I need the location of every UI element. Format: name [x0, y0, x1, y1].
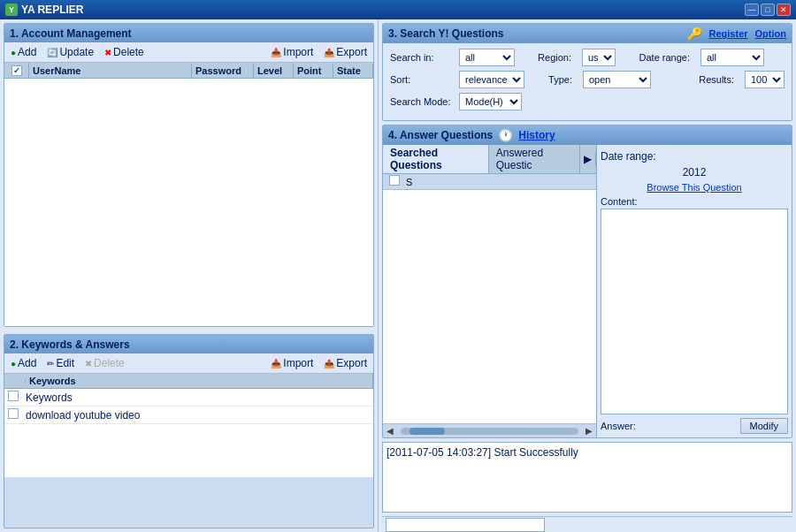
tab-next-arrow[interactable]: ▶ [580, 151, 596, 167]
account-update-button[interactable]: 🔄 Update [44, 45, 96, 59]
kw-checkbox[interactable] [8, 408, 19, 419]
search-row-3: Search Mode: Mode(H) Mode(L) Mode(M) [390, 93, 785, 110]
import-icon: 📥 [271, 48, 281, 57]
modify-button[interactable]: Modify [740, 418, 788, 434]
kw-delete-icon: ✖ [85, 359, 92, 369]
title-bar-left: Y YA REPLIER [5, 4, 83, 16]
account-col-point: Point [294, 64, 333, 78]
results-label: Results: [658, 74, 738, 85]
answer-header: 4. Answer Questions 🕐 History [383, 125, 792, 145]
answer-section: 4. Answer Questions 🕐 History Searched Q… [382, 125, 792, 438]
account-table-body [4, 79, 373, 326]
list-item: download youtube video [4, 407, 373, 424]
search-section: 3. Search Y! Questions 🔑 Register Option… [382, 23, 792, 121]
keywords-add-button[interactable]: ● Add [8, 356, 39, 370]
kw-row-text: Keywords [26, 391, 370, 404]
account-import-button[interactable]: 📥 Import [268, 45, 316, 59]
title-bar: Y YA REPLIER — □ ✕ [0, 0, 796, 19]
keywords-section: 2. Keywords & Answers ● Add ✏ Edit ✖ Del… [4, 334, 374, 528]
scroll-right-arrow[interactable]: ▶ [582, 426, 596, 436]
minimize-button[interactable]: — [745, 4, 759, 16]
date-range-select[interactable]: all today this week [700, 49, 764, 66]
type-label: Type: [532, 74, 576, 85]
title-bar-buttons: — □ ✕ [745, 4, 791, 16]
update-icon: 🔄 [47, 48, 57, 57]
kw-row-check[interactable] [8, 408, 26, 422]
type-select[interactable]: open resolved undecided [583, 71, 651, 88]
answer-label: Answer: [601, 421, 636, 431]
keywords-export-button[interactable]: 📤 Export [321, 356, 370, 370]
register-link[interactable]: Register [709, 28, 748, 39]
keywords-section-header: 2. Keywords & Answers [4, 335, 373, 353]
export-icon: 📤 [324, 48, 334, 57]
account-delete-button[interactable]: ✖ Delete [102, 45, 147, 59]
date-range-label: Date range: [623, 52, 693, 63]
search-header: 3. Search Y! Questions 🔑 Register Option [383, 24, 792, 43]
option-link[interactable]: Option [755, 28, 786, 39]
kw-import-icon: 📥 [271, 359, 281, 369]
modify-row: Answer: Modify [601, 418, 788, 434]
app-title: YA REPLIER [21, 4, 83, 16]
kw-col-check [4, 379, 26, 383]
answer-scroll-bar: ◀ ▶ [383, 423, 596, 437]
history-link[interactable]: History [518, 129, 555, 141]
keywords-edit-button[interactable]: ✏ Edit [44, 356, 77, 370]
region-select[interactable]: us uk ca [582, 49, 616, 66]
tab-searched[interactable]: Searched Questions [383, 145, 489, 173]
tab-answered[interactable]: Answered Questic [489, 145, 580, 173]
close-button[interactable]: ✕ [777, 4, 791, 16]
account-toolbar: ● Add 🔄 Update ✖ Delete 📥 Import 📤 [4, 42, 373, 63]
search-in-label: Search in: [390, 52, 452, 63]
q-list-area [383, 190, 596, 423]
app-icon: Y [5, 4, 18, 16]
account-col-check [4, 63, 29, 78]
q-list-header: S [383, 174, 596, 190]
delete-icon: ✖ [104, 48, 111, 57]
q-select-checkbox[interactable] [389, 175, 400, 186]
mode-label: Search Mode: [390, 96, 452, 107]
list-item: Keywords [4, 389, 373, 407]
key-icon: 🔑 [687, 27, 702, 41]
search-in-select[interactable]: all title content [459, 49, 515, 66]
search-header-links: 🔑 Register Option [687, 27, 786, 41]
account-export-button[interactable]: 📤 Export [321, 45, 370, 59]
scroll-left-arrow[interactable]: ◀ [383, 426, 397, 436]
maximize-button[interactable]: □ [761, 4, 775, 16]
answer-right: Date range: 2012 Browse This Question Co… [597, 145, 792, 437]
results-select[interactable]: 10 20 50 100 [745, 71, 785, 88]
search-row-1: Search in: all title content Region: us … [390, 49, 785, 66]
keywords-table-body: Keywords download youtube video [4, 389, 373, 477]
log-message: [2011-07-05 14:03:27] Start Successfully [387, 446, 578, 459]
kw-row-check[interactable] [8, 391, 26, 404]
status-bar [382, 516, 792, 532]
account-table-header: UserName Password Level Point State [4, 63, 373, 79]
keywords-table-header: Keywords [4, 374, 373, 389]
keywords-toolbar: ● Add ✏ Edit ✖ Delete 📥 Import 📤 [4, 353, 373, 374]
add-icon: ● [11, 48, 16, 57]
status-input[interactable] [386, 518, 545, 532]
scroll-track[interactable] [401, 428, 578, 435]
content-label: Content: [601, 196, 788, 207]
account-col-state: State [333, 64, 373, 78]
content-textarea[interactable] [601, 209, 788, 414]
kw-checkbox[interactable] [8, 391, 19, 401]
account-col-level: Level [254, 64, 294, 78]
search-row-2: Sort: relevance date popularity Type: op… [390, 71, 785, 88]
left-panel: 1. Account Management ● Add 🔄 Update ✖ D… [0, 19, 379, 532]
sort-label: Sort: [390, 74, 452, 85]
account-col-password: Password [192, 64, 254, 78]
keywords-import-button[interactable]: 📥 Import [268, 356, 316, 370]
account-add-button[interactable]: ● Add [8, 45, 39, 59]
kw-row-text: download youtube video [26, 409, 370, 422]
account-col-username: UserName [29, 64, 192, 78]
answer-left: Searched Questions Answered Questic ▶ S [383, 145, 597, 437]
keywords-delete-button[interactable]: ✖ Delete [82, 356, 127, 370]
mode-select[interactable]: Mode(H) Mode(L) Mode(M) [459, 93, 522, 110]
account-section-header: 1. Account Management [4, 24, 373, 42]
log-area: [2011-07-05 14:03:27] Start Successfully [382, 442, 792, 513]
sort-select[interactable]: relevance date popularity [459, 71, 524, 88]
kw-export-icon: 📤 [324, 359, 334, 369]
account-select-all[interactable] [11, 65, 22, 76]
q-list-check-col [384, 175, 405, 188]
browse-question-link[interactable]: Browse This Question [601, 182, 788, 193]
